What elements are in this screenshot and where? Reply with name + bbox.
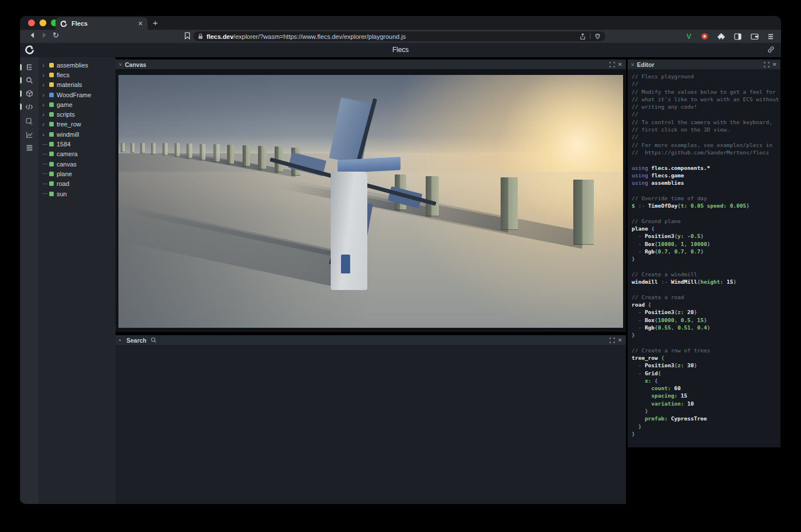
- new-tab-button[interactable]: +: [153, 18, 158, 28]
- active-indicator: [20, 64, 22, 70]
- code-line: // what it's like to work with an ECS wi…: [632, 96, 780, 103]
- tree-item-WoodFrame[interactable]: ›WoodFrame: [38, 90, 116, 100]
- chevron-right-icon[interactable]: ›: [42, 112, 48, 117]
- vimium-extension-icon[interactable]: V: [684, 32, 693, 41]
- scene-tree: [130, 143, 134, 153]
- tree-item-game[interactable]: ›game: [38, 100, 116, 109]
- canvas-panel: ˅ Canvas ✕: [116, 59, 626, 332]
- code-line: // Ground plane: [632, 217, 780, 225]
- tree-item-camera[interactable]: camera: [38, 149, 116, 159]
- bookmark-icon[interactable]: [184, 32, 191, 39]
- close-icon[interactable]: ✕: [618, 337, 622, 343]
- code-line: // writing any code!: [632, 103, 780, 110]
- code-line: // Create a row of trees: [632, 347, 780, 354]
- close-window-button[interactable]: [28, 19, 35, 26]
- entity-tree-panel: ›assemblies›flecs›materials›WoodFrame›ga…: [38, 57, 116, 504]
- chevron-down-icon[interactable]: ˅: [631, 62, 634, 68]
- share-icon[interactable]: [580, 33, 586, 40]
- tree-item-plane[interactable]: plane: [38, 169, 116, 178]
- tree-item-materials[interactable]: ›materials: [38, 80, 116, 90]
- browser-tab-flecs[interactable]: Flecs ✕: [55, 17, 148, 30]
- entity-label: tree_row: [57, 121, 81, 128]
- reload-button[interactable]: ↻: [53, 31, 59, 39]
- tree-item-assemblies[interactable]: ›assemblies: [38, 60, 116, 70]
- code-line: }: [632, 423, 780, 430]
- entity-label: materials: [57, 81, 82, 88]
- editor-panel-title: Editor: [637, 61, 654, 68]
- code-line: using flecs.game: [632, 172, 780, 179]
- chevron-down-icon[interactable]: ˅: [119, 62, 122, 68]
- chevron-right-icon[interactable]: ›: [42, 82, 48, 88]
- tree-item-scripts[interactable]: ›scripts: [38, 109, 116, 119]
- sidebar-tool-search-icon[interactable]: [20, 74, 38, 87]
- back-button[interactable]: [29, 31, 36, 39]
- brave-shield-icon[interactable]: [594, 33, 601, 40]
- entity-label: road: [57, 180, 69, 187]
- chevron-right-icon[interactable]: ›: [42, 121, 48, 127]
- tree-item-canvas[interactable]: canvas: [38, 159, 116, 169]
- tree-item-1584[interactable]: 1584: [38, 139, 116, 149]
- sidebar-toggle-icon[interactable]: [734, 33, 743, 40]
- chevron-right-icon[interactable]: ›: [42, 62, 48, 68]
- sidebar-tool-inspect-icon[interactable]: [20, 115, 38, 128]
- code-line: [632, 339, 780, 346]
- chevron-right-icon[interactable]: ›: [42, 102, 48, 108]
- search-icon[interactable]: [150, 337, 157, 343]
- tree-item-flecs[interactable]: ›flecs: [38, 70, 116, 80]
- collapsed-bullet-icon[interactable]: •: [119, 338, 124, 343]
- code-line: }: [632, 331, 780, 339]
- left-icon-strip: [20, 57, 38, 504]
- code-line: spacing: 15: [632, 392, 780, 399]
- sidebar-tool-cube-icon[interactable]: [20, 87, 38, 100]
- scene-tree: [243, 145, 250, 166]
- entity-label: 1584: [57, 141, 70, 148]
- entity-color-square: [49, 122, 54, 126]
- close-icon[interactable]: ✕: [618, 61, 622, 68]
- sidebar-tool-chart-icon[interactable]: [20, 128, 38, 141]
- sidebar-tool-code-icon[interactable]: [20, 100, 38, 113]
- entity-color-square: [49, 142, 54, 146]
- leaf-dash-icon: [42, 154, 48, 154]
- tree-item-windmill[interactable]: ›windmill: [38, 129, 116, 139]
- forward-button[interactable]: [41, 31, 48, 39]
- sidebar-tool-hierarchy-icon[interactable]: [20, 61, 38, 74]
- fullscreen-icon[interactable]: [609, 62, 615, 68]
- tree-item-sun[interactable]: sun: [38, 189, 116, 198]
- address-bar[interactable]: flecs.dev/explorer/?wasm=https://www.fle…: [193, 31, 605, 41]
- entity-label: sun: [57, 190, 67, 197]
- flecs-explorer-page: Flecs ›assemblies›flecs›materials›WoodFr…: [20, 43, 781, 504]
- red-extension-icon[interactable]: [701, 33, 710, 40]
- scene-tree: [200, 144, 205, 160]
- share-link-icon[interactable]: [767, 45, 775, 54]
- fullscreen-icon[interactable]: [609, 338, 615, 343]
- entity-color-square: [49, 82, 54, 87]
- tab-close-icon[interactable]: ✕: [138, 20, 143, 27]
- scene-tree: [121, 143, 125, 152]
- close-icon[interactable]: ✕: [772, 61, 777, 68]
- entity-color-square: [49, 152, 54, 156]
- minimize-window-button[interactable]: [39, 19, 46, 26]
- three-d-viewport[interactable]: [118, 75, 623, 328]
- entity-label: WoodFrame: [57, 92, 91, 98]
- tree-item-road[interactable]: road: [38, 179, 116, 189]
- main-area: ˅ Canvas ✕: [116, 57, 781, 504]
- leaf-dash-icon: [42, 173, 48, 174]
- browser-window: Flecs ✕ + ↻ flecs.dev/explorer/?wasm=htt…: [20, 16, 781, 504]
- code-line: // Flecs playground: [632, 73, 780, 80]
- chevron-right-icon[interactable]: ›: [42, 72, 48, 78]
- code-editor[interactable]: // Flecs playground//// Modify the value…: [628, 69, 780, 447]
- tree-item-tree_row[interactable]: ›tree_row: [38, 120, 116, 129]
- menu-icon[interactable]: [767, 33, 776, 40]
- entity-color-square: [49, 172, 54, 176]
- wallet-icon[interactable]: [751, 33, 760, 40]
- entity-color-square: [49, 93, 54, 97]
- code-line: //: [632, 133, 780, 141]
- scene-tree: [213, 144, 220, 162]
- extensions-puzzle-icon[interactable]: [717, 33, 727, 40]
- chevron-right-icon[interactable]: ›: [42, 92, 48, 98]
- canvas-body: [116, 69, 626, 332]
- code-line: [632, 156, 780, 164]
- sidebar-tool-rows-icon[interactable]: [20, 141, 38, 154]
- fullscreen-icon[interactable]: [764, 62, 770, 68]
- chevron-right-icon[interactable]: ›: [42, 132, 48, 137]
